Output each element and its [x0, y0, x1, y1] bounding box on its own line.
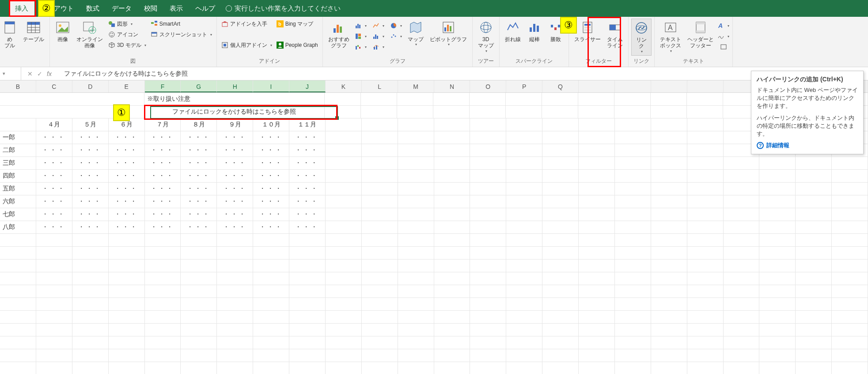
cell[interactable]: ・・・: [36, 195, 72, 208]
map-chart-button[interactable]: マップ: [405, 19, 426, 48]
cell[interactable]: ・・・: [72, 157, 109, 169]
column-header-M[interactable]: M: [398, 80, 434, 92]
cell[interactable]: ・・・: [36, 170, 72, 182]
column-header-D[interactable]: D: [72, 80, 109, 92]
cell[interactable]: ・・・: [217, 208, 253, 221]
spreadsheet-grid[interactable]: BCDEFGHIJKLMNOPQ ※取り扱い注意ファイルにロックをかける時はこち…: [0, 80, 868, 374]
chart-combo-button[interactable]: [371, 42, 387, 52]
cell[interactable]: ８月: [181, 118, 217, 131]
image-button[interactable]: 画像: [53, 19, 73, 44]
pivot-table-button[interactable]: め ブル: [0, 19, 19, 51]
cell[interactable]: ・・・: [289, 195, 326, 208]
shapes-button[interactable]: 図形: [106, 19, 148, 29]
tab-data[interactable]: データ: [106, 1, 138, 16]
chart-pie-button[interactable]: [388, 20, 404, 31]
cell[interactable]: ５月: [72, 118, 109, 131]
column-header-E[interactable]: E: [109, 80, 145, 92]
cell[interactable]: ・・・: [253, 170, 289, 182]
column-header-J[interactable]: J: [289, 80, 326, 92]
chart-hier-button[interactable]: [353, 31, 369, 42]
sparkline-column-button[interactable]: 縦棒: [524, 19, 545, 44]
tab-view[interactable]: 表示: [163, 1, 189, 16]
column-header-B[interactable]: B: [0, 80, 36, 92]
cell[interactable]: 三郎: [0, 157, 36, 169]
column-header-L[interactable]: L: [362, 80, 398, 92]
column-header-N[interactable]: N: [434, 80, 470, 92]
cell[interactable]: ・・・: [289, 144, 326, 156]
cell[interactable]: ・・・: [36, 144, 72, 156]
cell[interactable]: 八郎: [0, 221, 36, 233]
sparkline-line-button[interactable]: 折れ線: [502, 19, 523, 44]
column-header-P[interactable]: P: [506, 80, 542, 92]
signature-button[interactable]: [717, 31, 730, 42]
chart-waterfall-button[interactable]: [353, 42, 369, 52]
icons-button[interactable]: アイコン: [106, 29, 148, 40]
cell[interactable]: ・・・: [181, 195, 217, 208]
cell[interactable]: 四郎: [0, 170, 36, 182]
cell[interactable]: ・・・: [36, 183, 72, 195]
cell[interactable]: ・・・: [109, 131, 145, 144]
cell[interactable]: ・・・: [36, 221, 72, 233]
get-addins-button[interactable]: アドインを入手: [220, 19, 274, 29]
smartart-button[interactable]: SmartArt: [149, 19, 214, 29]
cell[interactable]: ９月: [217, 118, 253, 131]
column-header-C[interactable]: C: [36, 80, 72, 92]
cell[interactable]: ・・・: [181, 208, 217, 221]
cell[interactable]: ・・・: [145, 157, 181, 169]
cell[interactable]: ・・・: [253, 208, 289, 221]
cell[interactable]: ・・・: [109, 157, 145, 169]
cell[interactable]: ・・・: [145, 170, 181, 182]
textbox-button[interactable]: A テキスト ボックス: [657, 19, 684, 55]
cell[interactable]: １０月: [253, 118, 289, 131]
cancel-icon[interactable]: ✕: [27, 70, 33, 77]
cell[interactable]: ・・・: [109, 195, 145, 208]
tab-review[interactable]: 校閲: [138, 1, 163, 16]
column-header-O[interactable]: O: [470, 80, 506, 92]
cell[interactable]: ・・・: [36, 131, 72, 144]
cell[interactable]: ・・・: [253, 144, 289, 156]
cell[interactable]: ※取り扱い注意: [144, 93, 325, 105]
cell[interactable]: ・・・: [217, 131, 253, 144]
wordart-button[interactable]: A: [717, 20, 730, 31]
cell[interactable]: 二郎: [0, 144, 36, 156]
cell[interactable]: 一郎: [0, 131, 36, 144]
tab-insert[interactable]: 挿入: [9, 1, 34, 16]
tab-help[interactable]: ヘルプ: [189, 1, 221, 16]
cell[interactable]: ・・・: [289, 170, 326, 182]
cell[interactable]: [0, 93, 144, 105]
chart-stat-button[interactable]: [371, 31, 387, 42]
cell[interactable]: ・・・: [217, 170, 253, 182]
cell[interactable]: ・・・: [72, 131, 109, 144]
cell[interactable]: ・・・: [72, 183, 109, 195]
cell[interactable]: ・・・: [289, 183, 326, 195]
object-button[interactable]: [717, 42, 730, 52]
cell[interactable]: ・・・: [145, 144, 181, 156]
cell[interactable]: ・・・: [181, 131, 217, 144]
cell[interactable]: [0, 118, 36, 131]
column-header-K[interactable]: K: [326, 80, 362, 92]
bing-maps-button[interactable]: bBing マップ: [275, 19, 320, 29]
chart-bar-button[interactable]: [353, 20, 369, 31]
cell[interactable]: 六郎: [0, 195, 36, 208]
recommended-charts-button[interactable]: おすすめ グラフ: [326, 19, 352, 51]
cell[interactable]: ・・・: [145, 195, 181, 208]
tab-formulas[interactable]: 数式: [80, 1, 106, 16]
cell[interactable]: ・・・: [145, 208, 181, 221]
cell[interactable]: ・・・: [217, 157, 253, 169]
column-header-I[interactable]: I: [253, 80, 289, 92]
cell[interactable]: ・・・: [72, 144, 109, 156]
cell[interactable]: ４月: [36, 118, 72, 131]
enter-icon[interactable]: ✓: [37, 70, 42, 77]
cell[interactable]: ・・・: [72, 170, 109, 182]
pivot-chart-button[interactable]: ピボットグラフ: [427, 19, 470, 48]
cell[interactable]: ・・・: [253, 157, 289, 169]
cell[interactable]: ・・・: [145, 221, 181, 233]
column-header-G[interactable]: G: [181, 80, 217, 92]
cell[interactable]: ・・・: [181, 183, 217, 195]
cell[interactable]: ・・・: [109, 144, 145, 156]
cell[interactable]: ・・・: [289, 208, 326, 221]
cell[interactable]: ・・・: [217, 195, 253, 208]
cell[interactable]: ・・・: [145, 183, 181, 195]
cell[interactable]: ・・・: [181, 157, 217, 169]
cell[interactable]: ・・・: [36, 157, 72, 169]
